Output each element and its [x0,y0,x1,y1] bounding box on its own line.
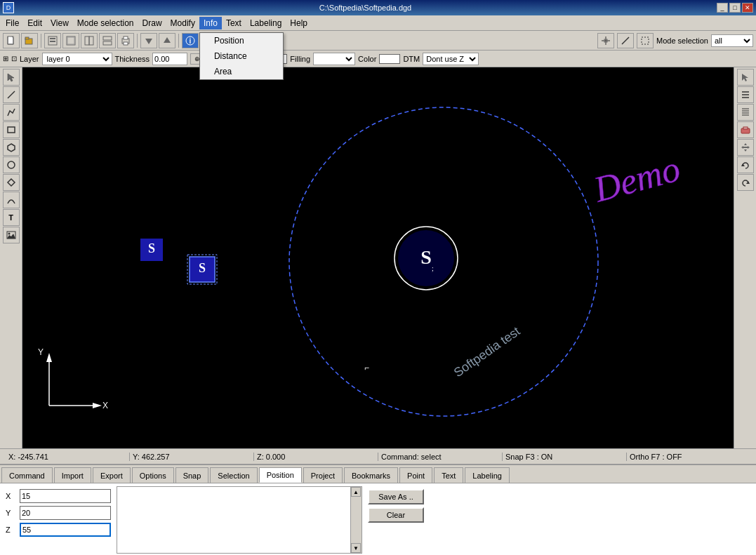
svg-rect-10 [103,36,112,40]
right-select-btn[interactable] [737,69,754,86]
minimize-button[interactable]: _ [717,3,728,13]
polyline-tool[interactable] [3,104,20,121]
svg-rect-62 [743,127,748,129]
tab-labeling[interactable]: Labeling [465,467,510,483]
toolbar-sep-3 [178,34,179,48]
canvas-area[interactable]: S ; Demo Softpedia test S S Y X ⌐ [22,67,734,448]
svg-rect-26 [8,127,15,133]
right-redo-btn[interactable] [737,174,754,191]
arc-tool[interactable] [3,192,20,208]
new-button[interactable] [3,33,20,48]
rect-tool[interactable] [3,121,20,138]
svg-rect-5 [50,41,55,42]
svg-marker-27 [8,144,15,152]
move-down-button[interactable] [140,33,157,48]
svg-text:S: S [199,261,206,275]
layer-select[interactable]: layer 0 [42,53,112,65]
svg-line-22 [622,37,629,44]
select-tool[interactable] [3,69,20,86]
position-actions: Save As .. Clear [368,486,424,554]
menu-file[interactable]: File [1,15,23,30]
info-button[interactable]: i [182,33,199,48]
menu-labeling[interactable]: Labeling [246,15,286,30]
scroll-down-btn[interactable]: ▼ [351,543,361,553]
color-label-2: Color [358,55,376,63]
tab-bookmarks[interactable]: Bookmarks [344,467,398,483]
position-content-area [117,487,350,553]
dtm-label: DTM [403,55,420,63]
svg-rect-7 [67,37,74,44]
svg-marker-31 [7,234,15,239]
svg-point-32 [8,233,10,235]
tab-export[interactable]: Export [93,467,131,483]
x-input[interactable] [20,489,111,503]
z-input[interactable] [20,523,111,537]
toolbar-sep-1 [41,34,41,48]
scroll-up-btn[interactable]: ▲ [351,487,361,497]
dropdown-distance[interactable]: Distance [200,48,283,64]
tab-project[interactable]: Project [303,467,343,483]
text-tool[interactable]: T [3,209,20,226]
svg-line-25 [8,91,15,98]
left-toolbar: T [0,67,22,448]
toolbar-btn-2[interactable] [62,33,79,48]
tab-snap[interactable]: Snap [175,467,209,483]
tab-import[interactable]: Import [54,467,91,483]
tab-options[interactable]: Options [132,467,174,483]
toolbar-btn-print[interactable] [117,33,134,48]
layer-label: Layer [20,55,39,63]
menu-edit[interactable]: Edit [23,15,46,30]
right-undo-btn[interactable] [737,156,754,173]
mode-selection-label: Mode selection [656,36,708,45]
status-ortho: Ortho F7 : OFF [627,453,750,461]
filling-select[interactable] [313,53,355,65]
save-as-button[interactable]: Save As .. [368,489,424,504]
clear-button[interactable]: Clear [368,507,424,523]
menu-text[interactable]: Text [222,15,246,30]
tab-position[interactable]: Position [259,467,302,483]
maximize-button[interactable]: □ [729,3,741,13]
dropdown-area[interactable]: Area [200,64,283,79]
svg-rect-13 [124,36,128,39]
x-label: X [6,492,17,500]
svg-text:S: S [148,241,155,255]
menu-mode-selection[interactable]: Mode selection [73,15,138,30]
snap-btn-1[interactable] [597,33,614,48]
toolbar-btn-3[interactable] [81,33,98,48]
toolbar-btn-4[interactable] [99,33,116,48]
color-box-2[interactable] [379,54,400,64]
toolbar-btn-1[interactable] [44,33,61,48]
right-erase-btn[interactable] [737,121,754,138]
dtm-select[interactable]: Dont use Z [423,53,479,65]
svg-marker-24 [8,74,14,81]
right-lines-btn[interactable] [737,86,754,103]
y-label: Y [6,509,17,517]
circle-tool[interactable] [3,156,20,173]
mode-selection-select[interactable]: all [711,34,753,47]
move-up-button[interactable] [159,33,175,48]
layer-snap-icon: ⊡ [11,55,17,62]
polygon-tool[interactable] [3,139,20,156]
dropdown-position[interactable]: Position [200,33,283,48]
right-move-btn[interactable] [737,139,754,156]
line-tool[interactable] [3,86,20,103]
image-tool[interactable] [3,227,20,243]
tab-text[interactable]: Text [434,467,463,483]
tab-command[interactable]: Command [1,467,53,483]
diamond-tool[interactable] [3,174,20,191]
y-input[interactable] [20,506,111,520]
tab-point[interactable]: Point [399,467,432,483]
menu-view[interactable]: View [46,15,73,30]
menu-modify[interactable]: Modify [166,15,199,30]
tab-selection[interactable]: Selection [210,467,257,483]
close-button[interactable]: ✕ [742,3,753,13]
snap-btn-2[interactable] [617,33,634,48]
svg-marker-29 [8,179,15,186]
menu-help[interactable]: Help [286,15,312,30]
menu-draw[interactable]: Draw [138,15,166,30]
snap-btn-3[interactable] [637,33,654,48]
right-multilines-btn[interactable] [737,104,754,121]
menu-info[interactable]: Info [199,17,222,29]
open-button[interactable] [21,33,38,48]
thickness-input[interactable] [152,53,187,65]
